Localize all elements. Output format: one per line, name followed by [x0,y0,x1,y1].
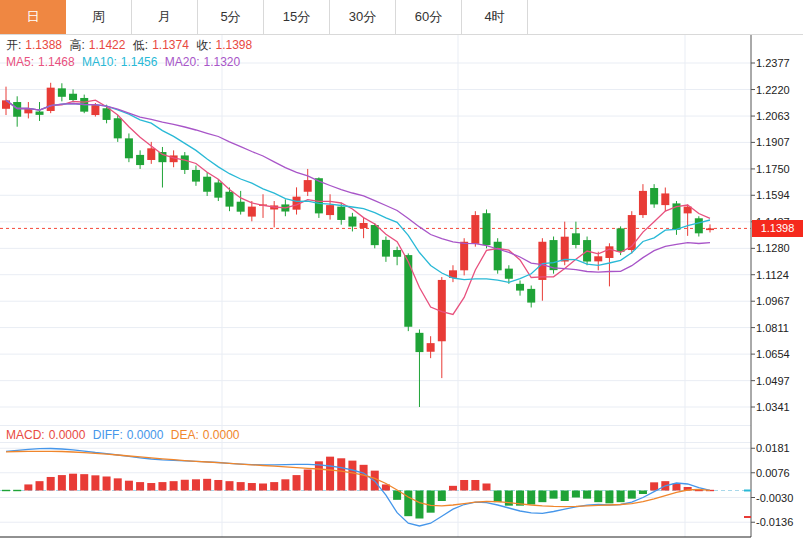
macd-histogram-bar [572,491,580,498]
macd-histogram-bar [103,476,111,490]
candle [47,88,55,111]
candle [650,188,658,204]
macd-histogram-bar [2,490,10,491]
macd-histogram-bar [460,480,468,491]
macd-histogram-bar [404,491,412,517]
macd-histogram-bar [136,482,144,490]
candle [494,242,502,271]
tab-4时[interactable]: 4时 [462,0,528,34]
tab-60分[interactable]: 60分 [396,0,462,34]
price-axis-label: 1.1750 [756,163,790,175]
candle [181,155,189,170]
price-axis-label: 1.1124 [756,269,789,281]
candle [315,178,323,213]
candle [225,192,233,207]
macd-histogram-bar [326,457,334,491]
macd-histogram-bar [494,491,502,503]
candle [516,284,524,291]
candle [69,94,77,100]
candle [471,215,479,244]
high-label: 高: [69,38,84,52]
macd-axis-label: 0.0076 [756,467,790,479]
candle [360,223,368,228]
macd-histogram-bar [259,483,267,490]
macd-histogram-bar [617,491,625,503]
price-axis-label: 1.2063 [756,110,790,122]
price-axis-label: 1.0654 [756,348,790,360]
candle [103,108,111,120]
macd-histogram-bar [158,482,166,490]
macd-histogram-bar [13,490,21,491]
macd-histogram-bar [125,481,133,491]
candle [237,202,245,212]
kline-chart-app: 日周月5分15分30分60分4时 1.23771.22201.20631.190… [0,0,803,540]
macd-histogram-bar [527,491,535,505]
price-axis-label: 1.1280 [756,242,790,254]
macd-histogram-bar [24,484,32,490]
candle [460,242,468,271]
tab-15分[interactable]: 15分 [264,0,330,34]
candle [393,250,401,257]
close-value: 1.1398 [216,38,253,52]
dea-line [6,451,710,506]
candle [214,182,222,197]
candle [617,228,625,251]
candle [527,289,535,303]
ma20-value: 1.1320 [203,55,240,69]
macd-histogram-bar [181,480,189,491]
macd-histogram-bar [628,491,636,499]
macd-histogram-bar [605,491,613,504]
tab-30分[interactable]: 30分 [330,0,396,34]
ma20-line [6,100,710,272]
candle [13,102,21,117]
macd-readout: MACD:0.0000 DIFF:0.0000 DEA:0.0000 [6,428,243,442]
last-price-badge: 1.1398 [752,220,803,237]
diff-line [6,449,710,527]
interval-tab-bar: 日周月5分15分30分60分4时 [0,0,803,35]
candle [36,111,44,114]
macd-histogram-bar [304,469,312,490]
macd-histogram-bar [203,479,211,491]
candle [706,228,714,230]
candle [125,138,133,158]
candle [114,118,122,138]
candle [326,205,334,215]
macd-histogram-bar [415,491,423,519]
candle [427,343,435,352]
candle [248,207,256,217]
ma10-line [6,100,710,282]
macd-histogram-bar [438,491,446,502]
macd-histogram-bar [449,486,457,491]
candle [158,152,166,162]
ma5-value: 1.1468 [38,55,75,69]
price-axis-label: 1.2377 [756,57,790,69]
price-chart-canvas[interactable]: 1.23771.22201.20631.19071.17501.15941.14… [0,0,803,540]
candle [483,213,491,245]
macd-histogram-bar [348,461,356,491]
tab-周[interactable]: 周 [66,0,132,34]
macd-histogram-bar [91,475,99,490]
candle [605,246,613,258]
macd-histogram-bar [214,480,222,491]
candle [639,191,647,215]
high-value: 1.1422 [89,38,126,52]
candle [572,233,580,245]
macd-axis-label: -0.0030 [756,492,793,504]
candle [404,255,412,327]
candle [695,218,703,233]
diff-value: 0.0000 [127,428,164,442]
macd-histogram-bar [337,458,345,490]
price-axis-label: 1.1594 [756,189,790,201]
tab-月[interactable]: 月 [132,0,198,34]
candle [371,225,379,245]
macd-histogram-bar [248,483,256,490]
macd-axis-label: 0.0181 [756,442,790,454]
tab-日[interactable]: 日 [0,0,66,34]
candle [58,88,66,96]
candle [550,240,558,270]
candle [348,217,356,227]
tab-5分[interactable]: 5分 [198,0,264,34]
macd-histogram-bar [672,483,680,490]
candle [561,237,569,262]
price-axis-label: 1.0497 [756,375,790,387]
